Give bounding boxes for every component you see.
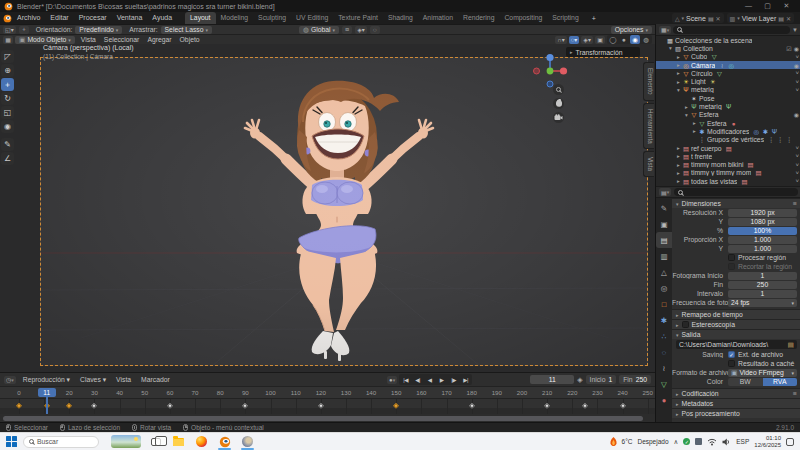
outliner-row[interactable]: ⋮Grupos de vértices⋮⋮⋮: [656, 136, 800, 144]
panel-header-remapeo-de-tiempo[interactable]: ▸Remapeo de tiempo: [672, 309, 800, 319]
outliner-row[interactable]: ✶Pose: [656, 94, 800, 102]
drag-dropdown[interactable]: Select Lasso▾: [161, 26, 212, 34]
panel-checkbox[interactable]: [682, 321, 689, 328]
property-value[interactable]: 250: [728, 281, 797, 289]
outliner-row[interactable]: ▾▧Collection☑◉: [656, 44, 800, 52]
outliner-row[interactable]: ▸▤timmy mom bikini▤˅: [656, 160, 800, 168]
panel-header-pos-procesamiento[interactable]: ▸Pos procesamiento: [672, 408, 800, 418]
modifiers-properties-tab[interactable]: ✱: [656, 312, 672, 328]
checkbox[interactable]: [728, 263, 735, 270]
menu-ayuda[interactable]: Ayuda: [147, 12, 177, 24]
outliner-row[interactable]: ▾Ψmetarig˅: [656, 86, 800, 94]
output-path-field[interactable]: C:\Users\Damian\Downloads\▤: [676, 340, 797, 349]
scale-tool-button[interactable]: ◱: [1, 106, 14, 119]
eye-closed-icon[interactable]: ˅: [795, 178, 799, 184]
pivot-point-icon[interactable]: ◈▾: [581, 36, 593, 44]
prev-keyframe-button[interactable]: ◀|: [412, 375, 423, 384]
timeline-menu-reproducción[interactable]: Reproducción ▾: [18, 374, 75, 386]
workspace-tab-uv-editing[interactable]: UV Editing: [291, 12, 333, 24]
outliner-row[interactable]: ▸▽Círculo▽˅: [656, 69, 800, 77]
outliner-row[interactable]: ▸▽Esfera●: [656, 119, 800, 127]
workspace-tab-layout[interactable]: Layout: [185, 12, 215, 24]
task-view-button[interactable]: [147, 434, 164, 450]
properties-editor-type-icon[interactable]: ▤▾: [659, 188, 671, 196]
n-panel-tab-vista[interactable]: Vista: [643, 151, 654, 177]
panel-header-metadatos[interactable]: ▸Metadatos: [672, 398, 800, 408]
menu-ventana[interactable]: Ventana: [112, 12, 148, 24]
disclosure-open-icon[interactable]: ▾: [667, 45, 674, 51]
antivirus-tray-icon[interactable]: ✓: [683, 438, 690, 445]
zoom-button[interactable]: [553, 84, 564, 95]
timeline-menu-claves[interactable]: Claves ▾: [75, 374, 111, 386]
outliner-row[interactable]: ▸▤timmy y timmy mom▤˅: [656, 169, 800, 177]
clock[interactable]: 01:10 12/6/2025: [754, 435, 781, 448]
n-panel-header[interactable]: ▸Transformación: [566, 47, 640, 57]
timeline-menu-vista[interactable]: Vista: [111, 374, 136, 386]
snap-magnet-icon[interactable]: ∩▾: [555, 36, 566, 44]
snap-settings-icon[interactable]: ◈▾: [355, 26, 367, 34]
disclosure-open-icon[interactable]: ▾: [675, 87, 682, 93]
checkbox[interactable]: [728, 360, 735, 367]
workspace-tab-animation[interactable]: Animation: [418, 12, 458, 24]
eye-closed-icon[interactable]: ˅: [795, 79, 799, 85]
segment-option-rva[interactable]: RVA: [763, 378, 798, 386]
disclosure-closed-icon[interactable]: ▸: [675, 170, 682, 176]
overlays-icon[interactable]: ▣: [595, 36, 605, 44]
language-indicator[interactable]: ESP: [736, 438, 749, 445]
disclosure-closed-icon[interactable]: ▸: [675, 145, 682, 151]
viewport-menu-vista[interactable]: Vista: [77, 35, 100, 45]
file-explorer-button[interactable]: [170, 434, 187, 450]
options-dropdown[interactable]: Opciones▾: [611, 26, 652, 34]
property-value[interactable]: 1: [728, 272, 797, 280]
new-scene-icon[interactable]: ▤: [708, 15, 714, 22]
disclosure-closed-icon[interactable]: ▸: [675, 79, 682, 85]
frame-end-field[interactable]: Fin250: [619, 375, 651, 384]
remove-layer-icon[interactable]: ✕: [786, 15, 791, 22]
timeline-editor-type-icon[interactable]: ◷▾: [4, 376, 16, 384]
outliner-row[interactable]: ▦Colecciones de la escena: [656, 36, 800, 44]
weather-condition[interactable]: Despejado: [637, 438, 668, 445]
tool-fallback-icon[interactable]: ＋: [19, 26, 29, 34]
eye-open-icon[interactable]: ◉: [794, 111, 799, 118]
camera-view-button[interactable]: [553, 112, 564, 123]
close-button[interactable]: ✕: [777, 0, 796, 12]
eye-closed-icon[interactable]: ˅: [795, 153, 799, 159]
keyframe-white[interactable]: [619, 403, 625, 409]
measure-tool-button[interactable]: ∠: [1, 152, 14, 165]
notification-center-icon[interactable]: [786, 438, 794, 446]
eye-closed-icon[interactable]: ˅: [795, 87, 799, 93]
timeline-ruler[interactable]: 0203040506070809010011012013014015016017…: [0, 387, 655, 399]
eye-open-icon[interactable]: ◉: [794, 45, 799, 52]
render-checkbox-icon[interactable]: ☑: [786, 45, 791, 52]
rotate-tool-button[interactable]: ↻: [1, 92, 14, 105]
outliner-row[interactable]: ▸✱Modificadores◎✱Ψ: [656, 127, 800, 135]
outliner-row[interactable]: ▸ΨmetarigΨ: [656, 102, 800, 110]
disclosure-closed-icon[interactable]: ▸: [691, 128, 698, 134]
n-panel-tab-elemento[interactable]: Elemento: [643, 62, 654, 101]
outliner-display-mode-dropdown[interactable]: ▦▾: [659, 26, 671, 34]
disclosure-closed-icon[interactable]: ▸: [675, 54, 682, 60]
view-layer-properties-tab[interactable]: ▥: [656, 248, 672, 264]
property-value[interactable]: 1080 px: [728, 218, 797, 226]
auto-keying-icon[interactable]: ●▾: [387, 376, 397, 384]
mode-dropdown[interactable]: ▣Modo Objeto▾: [15, 36, 75, 44]
frame-start-field[interactable]: Inicio1: [586, 375, 617, 384]
jump-start-button[interactable]: |◀: [400, 375, 411, 384]
output-properties-tab[interactable]: ▤: [656, 232, 672, 248]
blender-menu-icon[interactable]: [3, 14, 12, 23]
checkbox[interactable]: ✓: [728, 351, 735, 358]
viewport-menu-agregar[interactable]: Agregar: [143, 35, 175, 45]
object-data-properties-tab[interactable]: ▽: [656, 376, 672, 392]
scrollbar-thumb[interactable]: [3, 416, 643, 421]
workspace-tab-compositing[interactable]: Compositing: [499, 12, 547, 24]
outliner-row[interactable]: ▸▤t frente˅: [656, 152, 800, 160]
proportional-editing-icon[interactable]: ◌▾: [569, 36, 580, 44]
disclosure-closed-icon[interactable]: ▸: [675, 178, 682, 184]
firefox-button[interactable]: [193, 434, 210, 450]
outliner-search-input[interactable]: [673, 26, 790, 34]
menu-editar[interactable]: Editar: [45, 12, 73, 24]
keyframe-white[interactable]: [469, 403, 475, 409]
next-keyframe-button[interactable]: |▶: [448, 375, 459, 384]
play-button[interactable]: ▶: [436, 375, 447, 384]
panel-header-estereoscopía[interactable]: ▸Estereoscopía: [672, 319, 800, 329]
